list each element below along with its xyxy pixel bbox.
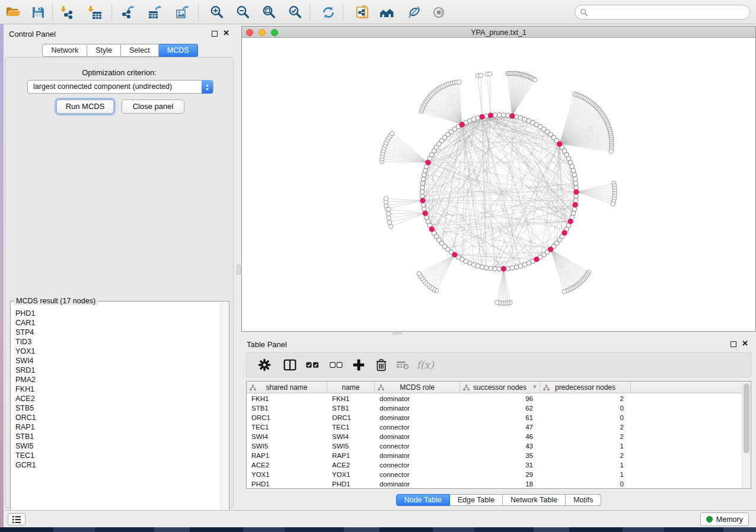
table-cell[interactable]: YOX1 (247, 470, 327, 479)
optimization-criterion-select[interactable]: largest connected component (undirected)… (27, 80, 213, 94)
table-cell[interactable]: FKH1 (247, 394, 327, 403)
mcds-result-item[interactable]: SWI5 (15, 441, 218, 451)
open-file-icon[interactable] (5, 4, 21, 21)
mcds-result-item[interactable]: ACE2 (15, 394, 218, 403)
mcds-result-item[interactable]: GCR1 (15, 460, 218, 470)
table-scrollbar[interactable] (742, 382, 751, 488)
mcds-result-scrollbar[interactable] (220, 302, 228, 520)
table-cell[interactable]: FKH1 (327, 394, 375, 403)
mcds-result-item[interactable]: TID3 (15, 337, 218, 347)
home-networks-icon[interactable] (378, 4, 395, 21)
table-cell[interactable]: dominator (375, 451, 460, 460)
vertical-splitter[interactable] (237, 24, 241, 510)
mcds-result-item[interactable]: CAR1 (15, 318, 218, 328)
table-cell[interactable]: RAP1 (327, 451, 375, 460)
table-cell[interactable]: RAP1 (247, 451, 327, 460)
memory-button[interactable]: Memory (700, 512, 749, 526)
run-mcds-button[interactable]: Run MCDS (56, 100, 114, 114)
table-row[interactable]: SWI5SWI5connector431 (247, 441, 742, 451)
table-row[interactable]: TEC1TEC1connector472 (247, 422, 742, 432)
table-row[interactable]: FKH1FKH1dominator962 (247, 394, 742, 403)
zoom-fit-icon[interactable] (261, 4, 277, 21)
table-settings-icon[interactable] (257, 357, 272, 373)
mcds-result-item[interactable]: YOX1 (15, 347, 218, 356)
tab-network-table[interactable]: Network Table (503, 494, 566, 506)
mcds-result-item[interactable]: SRD1 (15, 366, 218, 375)
table-row[interactable]: YOX1YOX1connector291 (247, 470, 742, 479)
tab-network[interactable]: Network (42, 44, 87, 57)
zoom-in-icon[interactable] (209, 4, 225, 21)
import-table-icon[interactable] (87, 4, 103, 21)
select-all-columns-icon[interactable] (305, 357, 320, 373)
table-cell[interactable]: PHD1 (247, 479, 327, 489)
table-row[interactable]: PHD1PHD1dominator180 (247, 479, 742, 489)
table-cell[interactable]: TEC1 (247, 422, 327, 432)
table-cell[interactable]: TEC1 (327, 422, 375, 432)
table-cell[interactable]: 1 (540, 460, 631, 470)
network-window-titlebar[interactable]: YPA_prune.txt_1 (242, 27, 755, 38)
export-table-icon[interactable] (147, 4, 164, 21)
table-cell[interactable]: dominator (375, 432, 460, 441)
table-cell[interactable]: ACE2 (247, 460, 327, 470)
table-cell[interactable]: ACE2 (327, 460, 375, 470)
table-cell[interactable]: 18 (460, 479, 540, 489)
column-header-shared-name[interactable]: shared name (247, 382, 327, 393)
close-panel-button[interactable]: Close panel (122, 100, 184, 114)
table-cell[interactable]: 0 (540, 413, 631, 422)
table-cell[interactable]: 0 (540, 403, 631, 413)
table-cell[interactable]: ORC1 (327, 413, 375, 422)
table-cell[interactable]: 0 (540, 479, 631, 489)
table-cell[interactable]: STB1 (247, 403, 327, 413)
search-input[interactable] (588, 7, 749, 18)
table-cell[interactable]: SWI5 (247, 441, 327, 451)
column-header-predecessor-nodes[interactable]: predecessor nodes (540, 382, 631, 393)
export-network-icon[interactable] (120, 4, 136, 21)
table-cell[interactable]: dominator (375, 394, 460, 403)
float-panel-icon[interactable] (212, 31, 218, 37)
refresh-layout-icon[interactable] (320, 4, 337, 21)
tab-style[interactable]: Style (87, 44, 121, 57)
table-cell[interactable]: YOX1 (327, 470, 375, 479)
table-row[interactable]: RAP1RAP1dominator352 (247, 451, 742, 460)
table-cell[interactable]: 35 (460, 451, 540, 460)
tab-node-table[interactable]: Node Table (396, 494, 450, 506)
tab-select[interactable]: Select (121, 44, 159, 57)
mcds-result-list[interactable]: PHD1CAR1STP4TID3YOX1SWI4SRD1PMA2FKH1ACE2… (15, 309, 218, 518)
column-header-MCDS-role[interactable]: MCDS role (375, 382, 460, 393)
import-network-icon[interactable] (59, 4, 76, 21)
share-document-icon[interactable] (353, 4, 370, 21)
column-header-successor-nodes[interactable]: successor nodes∨ (460, 382, 540, 393)
table-cell[interactable]: PHD1 (327, 479, 375, 489)
mcds-result-item[interactable]: PHD1 (15, 309, 218, 318)
tab-motifs[interactable]: Motifs (566, 494, 601, 506)
table-cell[interactable]: connector (375, 470, 460, 479)
network-graph[interactable] (242, 38, 755, 331)
table-cell[interactable]: dominator (375, 479, 460, 489)
table-row[interactable]: ORC1ORC1dominator610 (247, 413, 742, 422)
table-cell[interactable]: 43 (460, 441, 540, 451)
table-cell[interactable]: 46 (460, 432, 540, 441)
task-history-button[interactable] (8, 513, 25, 525)
mcds-result-item[interactable]: STB5 (15, 403, 218, 413)
zoom-out-icon[interactable] (235, 4, 251, 21)
table-cell[interactable]: 62 (460, 403, 540, 413)
table-cell[interactable]: 2 (540, 432, 631, 441)
delete-column-icon[interactable] (374, 357, 389, 373)
table-scrollbar-thumb[interactable] (744, 383, 749, 453)
table-row[interactable]: STB1STB1dominator620 (247, 403, 742, 413)
table-cell[interactable]: 29 (460, 470, 540, 479)
table-cell[interactable]: SWI4 (247, 432, 327, 441)
splitter-handle[interactable] (237, 265, 241, 274)
tab-mcds[interactable]: MCDS (159, 44, 198, 57)
float-panel-icon[interactable] (731, 341, 736, 347)
mcds-result-item[interactable]: SWI4 (15, 356, 218, 366)
table-cell[interactable]: STB1 (327, 403, 375, 413)
tab-edge-table[interactable]: Edge Table (450, 494, 503, 506)
table-cell[interactable]: ORC1 (247, 413, 327, 422)
close-panel-icon[interactable]: ✕ (742, 339, 748, 348)
table-cell[interactable]: 2 (540, 394, 631, 403)
show-hide-icon[interactable] (430, 4, 447, 21)
table-cell[interactable]: 96 (460, 394, 540, 403)
show-columns-icon[interactable] (282, 357, 298, 373)
table-cell[interactable]: connector (375, 460, 460, 470)
